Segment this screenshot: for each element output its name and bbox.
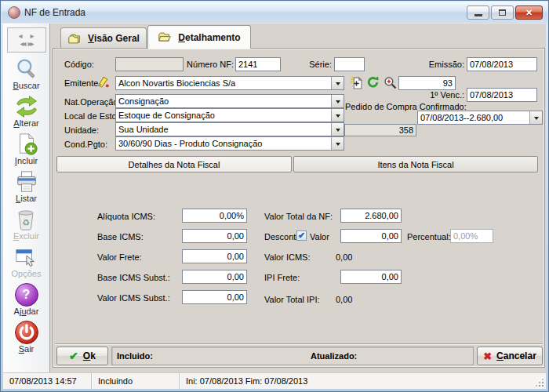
close-button[interactable]: ✕ [515, 5, 543, 20]
record-navigator: ◂ ▸ ◂◂ ▸▸ [7, 27, 46, 53]
pedido-compra-select[interactable]: 07/08/2013--2.680,00 [417, 111, 543, 125]
codigo-field[interactable] [115, 57, 184, 71]
emitente-label: Emitente [64, 78, 98, 89]
atualizado-label: Atualizado: [311, 351, 357, 361]
emitente-code-field[interactable] [398, 76, 456, 90]
minimize-button[interactable] [467, 5, 489, 20]
open-folder-icon [158, 31, 172, 43]
nat-operacao-select[interactable]: Consignação [115, 94, 344, 108]
base-icms-field[interactable] [182, 229, 247, 243]
sidebar-item-alterar[interactable]: Alterar [13, 95, 38, 128]
status-datetime: 07/08/2013 14:57 [3, 373, 92, 389]
tab-detalhamento[interactable]: Detalhamento [147, 25, 251, 49]
desconto-checkbox[interactable]: ✔ [296, 230, 307, 241]
sidebar-item-sair[interactable]: Sair [15, 321, 38, 354]
sidebar-toolbar: ◂ ▸ ◂◂ ▸▸ Buscar Alterar [3, 24, 50, 372]
percentual-label: Percentual: [407, 232, 451, 242]
footer-separator [55, 343, 543, 345]
ipi-frete-field[interactable] [340, 270, 402, 284]
valor-frete-field[interactable] [182, 249, 247, 263]
percentual-field[interactable] [450, 229, 493, 243]
valor-icms-subst-field[interactable] [182, 290, 247, 304]
valor-total-nf-field[interactable] [340, 209, 402, 223]
window-title: NF de Entrada [24, 7, 85, 18]
swap-arrows-icon [15, 95, 38, 118]
valor-icms-value: 0,00 [336, 252, 352, 263]
unidade-dropdown-arrow-icon[interactable] [331, 123, 344, 136]
folders-icon [67, 33, 82, 45]
emitente-dropdown-arrow-icon[interactable] [331, 77, 344, 89]
nav-first-icon[interactable]: ◂◂ [20, 40, 24, 48]
desconto-valor-field[interactable] [340, 229, 402, 243]
subtab-itens-nota-fiscal[interactable]: Itens da Nota Fiscal [293, 156, 538, 172]
base-icms-label: Base ICMS: [97, 232, 144, 242]
sidebar-item-buscar[interactable]: Buscar [13, 57, 39, 90]
close-icon: ✕ [525, 9, 533, 17]
ipi-frete-label: IPI Frete: [264, 273, 300, 283]
numero-nf-field[interactable] [235, 57, 281, 71]
maximize-button[interactable] [491, 5, 514, 20]
codigo-label: Código: [64, 60, 94, 70]
emitente-lookup-icon[interactable] [96, 74, 110, 88]
sidebar-item-opcoes[interactable]: Opções [12, 245, 42, 278]
help-icon: ? [15, 283, 38, 307]
pedido-compra-dropdown-arrow-icon[interactable] [529, 111, 542, 124]
nav-last-icon[interactable]: ▸▸ [28, 40, 33, 48]
primeiro-venc-field[interactable] [467, 88, 537, 102]
sidebar-item-listar[interactable]: Listar [15, 170, 38, 203]
sidebar-item-excluir[interactable]: ♻ Excluir [13, 208, 39, 241]
cond-pgto-dropdown-arrow-icon[interactable] [331, 137, 344, 150]
aliquota-icms-label: Alíquota ICMS: [97, 212, 155, 222]
subtab-detalhes-nota-fiscal[interactable]: Detalhes da Nota Fiscal [56, 156, 292, 172]
detalhamento-panel: Código: Número NF: Série: Emissão: Emite… [53, 48, 545, 368]
printer-icon [15, 170, 38, 194]
pedido-numero-field[interactable] [344, 124, 416, 136]
maximize-icon [499, 9, 506, 16]
emissao-label: Emissão: [416, 60, 464, 70]
app-window: NF de Entrada ✕ ◂ ▸ ◂◂ ▸▸ Buscar [0, 0, 549, 392]
numero-nf-label: Número NF: [179, 60, 234, 70]
emitente-select[interactable]: Alcon Novartis Biociencias S/a [115, 76, 344, 90]
local-estoque-select[interactable]: Estoque de Consignação [115, 108, 344, 122]
check-icon: ✔ [69, 350, 78, 362]
base-icms-subst-field[interactable] [182, 270, 247, 284]
cancelar-button[interactable]: ✖ Cancelar [477, 347, 543, 365]
tab-visao-geral[interactable]: Visão Geral [60, 27, 147, 49]
power-icon [15, 321, 38, 344]
zoom-plus-icon[interactable] [384, 76, 397, 89]
sidebar-item-ajudar[interactable]: ? Ajudar [14, 283, 39, 316]
valor-icms-subst-label: Valor ICMS Subst.: [97, 293, 170, 303]
primeiro-venc-label: 1º Venc.: [420, 90, 464, 100]
trash-icon: ♻ [14, 208, 38, 231]
emissao-field[interactable] [467, 57, 537, 71]
resize-grip[interactable] [534, 377, 544, 387]
minimize-icon [474, 14, 482, 16]
incluido-label: Incluido: [117, 351, 153, 361]
sidebar-item-incluir[interactable]: Incluir [15, 132, 38, 165]
add-document-icon [15, 132, 38, 156]
valor-total-ipi-label: Valor Total IPI: [264, 295, 320, 305]
status-bar: 07/08/2013 14:57 Incluindo Ini: 07/08/20… [3, 372, 546, 389]
refresh-icon[interactable] [366, 75, 380, 89]
nat-operacao-dropdown-arrow-icon[interactable] [331, 95, 344, 107]
ok-button[interactable]: ✔ Ok [56, 347, 108, 365]
new-record-icon[interactable] [350, 76, 363, 89]
search-icon [15, 57, 38, 81]
aliquota-icms-field[interactable] [182, 209, 247, 223]
serie-field[interactable] [334, 57, 365, 71]
main-content: Visão Geral Detalhamento Código: Número … [50, 24, 546, 372]
unidade-label: Unidade: [64, 125, 99, 136]
status-range: Ini: 07/08/2013 Fim: 07/08/2013 [180, 373, 546, 389]
base-icms-subst-label: Base ICMS Subst.: [97, 273, 170, 283]
status-mode: Incluindo [92, 373, 180, 389]
local-estoque-dropdown-arrow-icon[interactable] [331, 109, 344, 122]
x-icon: ✖ [483, 350, 492, 362]
svg-text:♻: ♻ [22, 218, 30, 227]
cond-pgto-select[interactable]: 30/60/90 Dias - Produto Consignação [115, 136, 344, 151]
valor-total-nf-label: Valor Total da NF: [264, 212, 333, 222]
audit-panel: Incluido: Atualizado: [111, 347, 474, 365]
unidade-select[interactable]: Sua Unidade [115, 122, 344, 136]
desconto-valor-label: Valor [310, 232, 329, 242]
app-icon [8, 6, 20, 19]
valor-total-ipi-value: 0,00 [336, 295, 352, 305]
